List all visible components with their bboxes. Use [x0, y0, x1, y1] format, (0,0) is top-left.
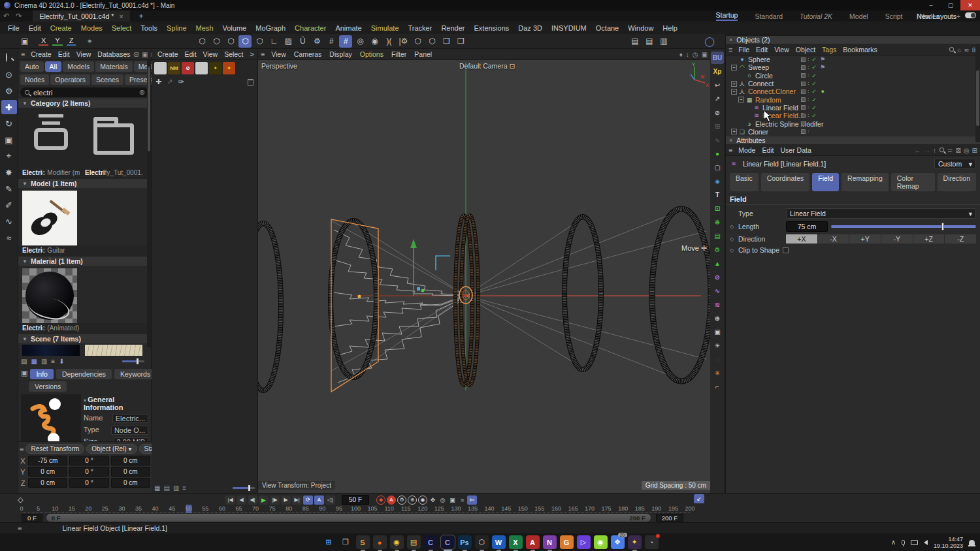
attribute-tab[interactable]: Field: [812, 173, 839, 191]
auto-key-mode-button[interactable]: ✄: [467, 496, 477, 505]
menu-item[interactable]: Help: [658, 24, 682, 32]
material-sphere2-thumb[interactable]: [195, 62, 208, 74]
menu-item[interactable]: Volume: [218, 24, 252, 32]
position-field[interactable]: 0 cm: [28, 478, 67, 488]
key-dot-icon[interactable]: ◇: [730, 236, 735, 242]
cluster-icon[interactable]: ❋: [711, 216, 724, 228]
object-tree-row[interactable]: Connect.Cloner ∶: [726, 87, 980, 95]
cube-icon[interactable]: ◈: [711, 175, 724, 187]
menu-item[interactable]: View: [267, 50, 290, 58]
enable-toggle[interactable]: [811, 80, 817, 87]
grid-view-icon[interactable]: ▦: [31, 358, 37, 365]
visibility-dots[interactable]: ∶: [808, 65, 809, 71]
rotation-field[interactable]: 0 °: [69, 478, 108, 488]
timeline-minimize-icon[interactable]: ↙: [694, 494, 704, 503]
polygons-mode-icon[interactable]: ⬡: [224, 35, 237, 48]
menu-item[interactable]: INSYDIUM: [547, 24, 591, 32]
objects-scrollbar[interactable]: [975, 44, 980, 142]
preset-dropdown[interactable]: Custom▾: [934, 159, 976, 169]
workplane-icon[interactable]: ▨: [282, 35, 295, 48]
layouts-toggle[interactable]: [965, 12, 976, 18]
burger-icon[interactable]: ≡: [728, 46, 732, 54]
maximize-button[interactable]: ▢: [941, 0, 960, 10]
visibility-dots[interactable]: ∶: [808, 97, 809, 102]
record-position-toggle[interactable]: ⊕: [408, 496, 417, 505]
window-controls[interactable]: – ▢ ✕: [921, 0, 980, 10]
enable-toggle[interactable]: [811, 97, 817, 103]
mirror-settings-icon[interactable]: |⚙: [397, 35, 410, 48]
clip-checkbox[interactable]: [783, 247, 789, 253]
tray-chevron-icon[interactable]: ∧: [891, 539, 896, 546]
record-pla-toggle[interactable]: ▣: [448, 496, 457, 505]
menu-item[interactable]: Spline: [162, 24, 191, 32]
object-tag-icon[interactable]: [819, 64, 826, 71]
info-value[interactable]: Electric...: [112, 414, 148, 423]
layer-chip[interactable]: [801, 121, 806, 126]
globe-icon[interactable]: ⊕: [711, 312, 724, 324]
gear-green-icon[interactable]: ⚙: [711, 244, 724, 256]
direction-button[interactable]: +X: [786, 234, 817, 244]
menu-item[interactable]: User Data: [777, 146, 815, 154]
prev-frame-button[interactable]: ◀|: [248, 496, 257, 505]
render-settings-icon[interactable]: ▥: [657, 35, 670, 48]
green-sphere-icon[interactable]: ●: [711, 148, 724, 160]
layout-tab[interactable]: Startup: [716, 11, 738, 21]
download-icon[interactable]: ⬇: [59, 358, 64, 365]
axis-lock-button[interactable]: X: [39, 37, 48, 46]
search-icon[interactable]: [939, 147, 944, 151]
visibility-dots[interactable]: ∶: [808, 81, 809, 87]
layout-box-icon[interactable]: ▣: [18, 35, 31, 48]
asset-scrollbar[interactable]: [147, 60, 151, 347]
view-solo-dark-icon[interactable]: ❒: [454, 35, 467, 48]
teams-icon[interactable]: ❖ 20: [611, 535, 625, 549]
connector-icon[interactable]: ⌐: [711, 381, 724, 393]
next-frame-button[interactable]: |▶: [270, 496, 280, 505]
menu-item[interactable]: View: [771, 46, 792, 54]
sort-icon[interactable]: ≡: [51, 358, 55, 365]
grid-view-icon[interactable]: ▦: [154, 484, 160, 492]
menu-item[interactable]: Edit: [24, 24, 46, 32]
filter-icon[interactable]: ≂: [947, 147, 953, 154]
object-tree-row[interactable]: Circle ∶: [726, 72, 980, 80]
timeline-range-bar[interactable]: 0 F 200 F: [46, 514, 651, 522]
list-view-icon[interactable]: ▤: [21, 358, 27, 365]
object-label[interactable]: Circle: [755, 72, 773, 80]
points-mode-icon[interactable]: ⬡: [195, 35, 208, 48]
rotation-field[interactable]: 0 °: [69, 456, 108, 465]
speaker-icon[interactable]: [924, 540, 928, 545]
model-section-header[interactable]: ▼ Model (1 Item): [18, 179, 151, 188]
menu-item[interactable]: Daz 3D: [514, 24, 547, 32]
dim-circle-icon[interactable]: ◌: [711, 353, 724, 366]
up-icon[interactable]: ↑: [933, 147, 936, 154]
live-selection-tool[interactable]: ⊙: [1, 67, 17, 82]
detail-view-icon[interactable]: ▥: [41, 358, 47, 365]
onenote-icon[interactable]: N: [543, 535, 557, 549]
snap-icon[interactable]: #: [339, 35, 352, 48]
burger-icon[interactable]: ≡: [18, 524, 22, 532]
expand-toggle[interactable]: [731, 81, 737, 87]
layer-chip[interactable]: [801, 73, 806, 78]
square-icon[interactable]: ▢: [711, 161, 724, 174]
scale-field[interactable]: 0 cm: [111, 467, 150, 477]
menu-item[interactable]: Display: [325, 50, 355, 58]
search-icon[interactable]: [6, 53, 7, 62]
object-tree-row[interactable]: Sweep ∶: [726, 63, 980, 71]
pen-tool[interactable]: ✎: [1, 181, 17, 196]
direction-button[interactable]: +Z: [913, 234, 945, 244]
field-magenta-icon[interactable]: ≋: [711, 298, 724, 311]
object-label[interactable]: Connect: [748, 80, 774, 87]
swirl-app-icon[interactable]: ✦: [628, 535, 642, 549]
document-tab[interactable]: Electrify_Tut_0001.c4d * ×: [33, 10, 129, 22]
model-mode-icon[interactable]: ⬡: [238, 35, 252, 48]
axis-tool[interactable]: ⌖: [1, 149, 17, 163]
material-fire-thumb[interactable]: ✦: [223, 62, 235, 74]
clock-icon[interactable]: ◷: [693, 51, 698, 58]
menu-item[interactable]: Edit: [753, 46, 771, 54]
thumbnail-size-slider[interactable]: [233, 487, 255, 489]
menu-item[interactable]: Window: [623, 24, 658, 32]
excel-icon[interactable]: X: [509, 535, 523, 549]
mirror-icon[interactable]: )(: [382, 35, 395, 48]
enable-toggle[interactable]: [811, 88, 817, 95]
menu-item[interactable]: Cameras: [290, 50, 326, 58]
menu-item[interactable]: Bookmarks: [840, 46, 881, 54]
